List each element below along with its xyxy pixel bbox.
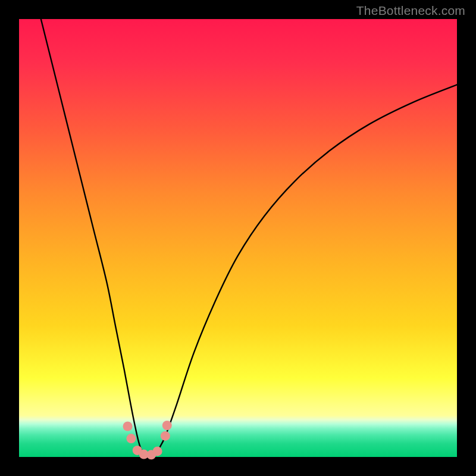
curve-layer bbox=[19, 19, 457, 457]
curve-marker bbox=[162, 421, 172, 430]
curve-marker bbox=[161, 431, 170, 441]
watermark-text: TheBottleneck.com bbox=[356, 4, 465, 18]
bottleneck-curve bbox=[41, 19, 457, 456]
plot-area bbox=[19, 19, 457, 457]
curve-marker bbox=[123, 421, 133, 431]
curve-marker bbox=[153, 446, 162, 456]
curve-marker bbox=[126, 434, 136, 443]
chart-frame: TheBottleneck.com bbox=[0, 0, 476, 476]
curve-markers bbox=[123, 421, 172, 459]
